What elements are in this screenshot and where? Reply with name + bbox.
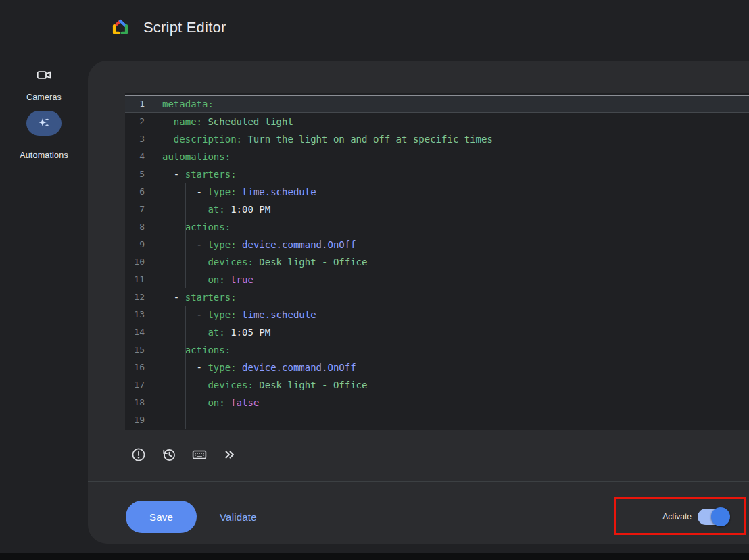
code-text: devices: Desk light - Office xyxy=(162,376,749,394)
videocam-icon xyxy=(36,67,52,83)
line-number: 2 xyxy=(125,113,162,130)
code-text: at: 1:00 PM xyxy=(162,201,749,218)
line-number: 14 xyxy=(125,324,162,341)
code-text: - type: device.command.OnOff xyxy=(162,236,749,253)
line-number: 15 xyxy=(125,341,162,359)
code-line[interactable]: 14 at: 1:05 PM xyxy=(125,324,749,341)
code-editor[interactable]: 1metadata:2 name: Scheduled light3 descr… xyxy=(125,93,749,430)
window-bottom-edge xyxy=(0,553,749,560)
code-text: automations: xyxy=(162,148,749,166)
code-line[interactable]: 9 - type: device.command.OnOff xyxy=(125,236,749,253)
code-text: on: true xyxy=(162,271,749,288)
code-text: description: Turn the light on and off a… xyxy=(162,130,749,148)
code-line[interactable]: 10 devices: Desk light - Office xyxy=(125,253,749,271)
line-number: 5 xyxy=(125,166,162,183)
code-text: - starters: xyxy=(162,288,749,306)
code-line[interactable]: 6 - type: time.schedule xyxy=(125,183,749,201)
code-line[interactable]: 15 actions: xyxy=(125,341,749,359)
error-outline-icon xyxy=(130,447,147,463)
line-number: 4 xyxy=(125,148,162,166)
line-number: 12 xyxy=(125,288,162,306)
line-number: 16 xyxy=(125,359,162,376)
page-title: Script Editor xyxy=(143,19,226,36)
keyboard-shortcuts-button[interactable] xyxy=(188,443,211,466)
code-line[interactable]: 1metadata: xyxy=(125,95,749,113)
editor-toolbar xyxy=(127,443,241,466)
line-number: 13 xyxy=(125,306,162,324)
code-line[interactable]: 11 on: true xyxy=(125,271,749,288)
code-lines: 1metadata:2 name: Scheduled light3 descr… xyxy=(125,95,749,429)
line-number: 10 xyxy=(125,253,162,271)
double-chevron-right-icon xyxy=(222,447,238,463)
code-text: - type: time.schedule xyxy=(162,183,749,201)
code-line[interactable]: 2 name: Scheduled light xyxy=(125,113,749,130)
code-line[interactable]: 8 actions: xyxy=(125,218,749,236)
expand-toolbar-button[interactable] xyxy=(218,443,241,466)
line-number: 6 xyxy=(125,183,162,201)
save-button[interactable]: Save xyxy=(126,501,197,533)
sidebar-item-cameras[interactable]: Cameras xyxy=(0,65,88,102)
selected-pill xyxy=(26,111,62,136)
validate-button[interactable]: Validate xyxy=(212,501,265,533)
history-button[interactable] xyxy=(158,443,180,466)
line-number: 3 xyxy=(125,130,162,148)
code-line[interactable]: 18 on: false xyxy=(125,394,749,411)
line-number: 11 xyxy=(125,271,162,288)
line-number: 18 xyxy=(125,394,162,411)
problems-button[interactable] xyxy=(127,443,150,466)
code-line[interactable]: 16 - type: device.command.OnOff xyxy=(125,359,749,376)
code-line[interactable]: 7 at: 1:00 PM xyxy=(125,201,749,218)
code-text: actions: xyxy=(162,341,749,359)
line-number: 17 xyxy=(125,376,162,394)
toggle-knob xyxy=(711,507,730,526)
code-line[interactable]: 5 - starters: xyxy=(125,166,749,183)
code-text: on: false xyxy=(162,394,749,411)
code-line[interactable]: 12 - starters: xyxy=(125,288,749,306)
code-text: at: 1:05 PM xyxy=(162,324,749,341)
code-text: metadata: xyxy=(162,95,749,113)
code-text: - starters: xyxy=(162,166,749,183)
line-number: 19 xyxy=(125,411,162,429)
code-line[interactable]: 4automations: xyxy=(125,148,749,166)
code-text: - type: time.schedule xyxy=(162,306,749,324)
activate-toggle[interactable] xyxy=(698,509,729,525)
code-text: devices: Desk light - Office xyxy=(162,253,749,271)
footer-divider xyxy=(88,481,749,482)
code-text: actions: xyxy=(162,218,749,236)
sidebar-item-label: Cameras xyxy=(0,93,88,102)
google-home-logo-icon[interactable] xyxy=(110,18,130,38)
line-number: 1 xyxy=(125,95,162,113)
script-editor-panel: 1metadata:2 name: Scheduled light3 descr… xyxy=(88,61,749,544)
code-line[interactable]: 19 xyxy=(125,411,749,429)
line-number: 7 xyxy=(125,201,162,218)
sidebar-item-automations[interactable]: Automations xyxy=(0,111,88,160)
activate-label: Activate xyxy=(662,512,692,521)
code-text xyxy=(162,411,749,429)
line-number: 8 xyxy=(125,218,162,236)
sidebar-item-label: Automations xyxy=(0,151,88,160)
activate-control: Activate xyxy=(662,501,729,533)
sparkle-icon xyxy=(37,116,51,132)
line-number: 9 xyxy=(125,236,162,253)
code-text: name: Scheduled light xyxy=(162,113,749,130)
code-line[interactable]: 17 devices: Desk light - Office xyxy=(125,376,749,394)
code-line[interactable]: 3 description: Turn the light on and off… xyxy=(125,130,749,148)
code-line[interactable]: 13 - type: time.schedule xyxy=(125,306,749,324)
history-icon xyxy=(161,447,177,463)
keyboard-icon xyxy=(191,447,208,463)
code-text: - type: device.command.OnOff xyxy=(162,359,749,376)
